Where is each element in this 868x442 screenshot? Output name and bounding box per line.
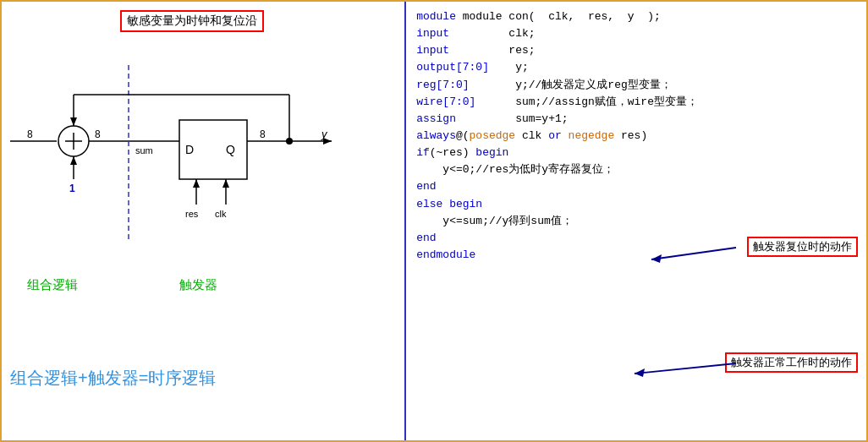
svg-text:clk: clk [215,209,227,219]
code-always-rest: @( [456,128,470,145]
code-negedge: negedge [569,128,621,145]
svg-marker-33 [635,368,645,377]
left-panel: 敏感变量为时钟和复位沿 8 1 8 [2,2,406,440]
annotation-box-top: 敏感变量为时钟和复位沿 [120,10,264,32]
code-res: res; [449,42,535,59]
code-y-zero: y<=0;//res为低时y寄存器复位； [416,161,614,178]
code-module-name: module con( clk, res, y ); [463,8,661,25]
code-clk: clk; [449,25,535,42]
kw-or: or [548,128,568,145]
kw-assign: assign [416,111,456,128]
ann-reset-box: 触发器复位时的动作 [747,237,858,257]
kw-begin1: begin [475,145,508,161]
code-reg-y: y;//触发器定义成reg型变量； [470,77,672,94]
code-line-11: end [416,178,856,195]
svg-text:sum: sum [135,145,153,156]
code-posedge: posedge [470,128,522,145]
svg-marker-6 [70,156,77,165]
code-line-9: if(~res) begin [416,145,856,161]
code-clk2: clk [522,128,548,145]
svg-text:1: 1 [69,183,75,194]
svg-line-32 [635,363,736,374]
svg-marker-19 [222,179,229,188]
code-res2: res) [621,128,647,145]
kw-always: always [416,128,456,145]
code-if-cond: (~res) [430,145,476,161]
svg-text:8: 8 [260,128,266,140]
kw-wire: wire[7:0] [416,94,475,111]
code-block: module module con( clk, res, y ); input … [416,8,856,264]
kw-input1: input [416,25,449,42]
code-line-3: input res; [416,42,856,59]
kw-endmodule: endmodule [416,247,475,264]
code-line-12: else begin [416,196,856,213]
svg-text:8: 8 [95,128,101,140]
circuit-diagram: 8 1 8 sum D Q [10,44,399,264]
svg-text:8: 8 [27,128,33,140]
code-line-7: assign sum=y+1; [416,111,856,128]
code-assign-sum: sum=y+1; [456,111,569,128]
code-y-out: y; [489,59,529,76]
code-line-8: always@(posedge clk or negedge res) [416,128,856,145]
svg-text:D: D [185,143,194,156]
ann-normal-container: 触发器正常工作时的动作 [725,352,858,373]
svg-text:res: res [185,209,199,219]
code-y-sum: y<=sum;//y得到sum值； [416,213,573,230]
code-wire-sum: sum;//assign赋值，wire型变量； [475,94,698,111]
code-line-6: wire[7:0] sum;//assign赋值，wire型变量； [416,94,856,111]
main-container: 敏感变量为时钟和复位沿 8 1 8 [0,0,868,442]
svg-marker-16 [193,179,200,188]
svg-marker-29 [323,138,332,145]
bottom-text-1: 组合逻辑+触发器=时序逻辑 [10,367,216,390]
code-line-1: module module con( clk, res, y ); [416,8,856,25]
code-line-4: output[7:0] y; [416,59,856,76]
ann-reset-container: 触发器复位时的动作 [747,237,858,257]
diagram-area: 8 1 8 sum D Q [10,44,396,297]
kw-input2: input [416,42,449,59]
label-flipflop: 触发器 [179,277,217,293]
code-line-5: reg[7:0] y;//触发器定义成reg型变量； [416,77,856,94]
kw-output: output[7:0] [416,59,489,76]
label-comb-logic: 组合逻辑 [27,277,78,293]
kw-end1: end [416,178,436,195]
kw-begin2: begin [449,196,482,213]
code-line-2: input clk; [416,25,856,42]
ann-normal-box: 触发器正常工作时的动作 [725,352,858,373]
svg-text:Q: Q [226,143,235,156]
code-line-10: y<=0;//res为低时y寄存器复位； [416,161,856,178]
right-panel: module module con( clk, res, y ); input … [406,2,866,440]
code-line-13: y<=sum;//y得到sum值； [416,213,856,230]
kw-module: module [416,8,463,25]
kw-reg: reg[7:0] [416,77,469,94]
svg-marker-28 [70,117,77,126]
kw-else: else [416,196,449,213]
kw-if: if [416,145,430,161]
kw-end2: end [416,230,436,247]
